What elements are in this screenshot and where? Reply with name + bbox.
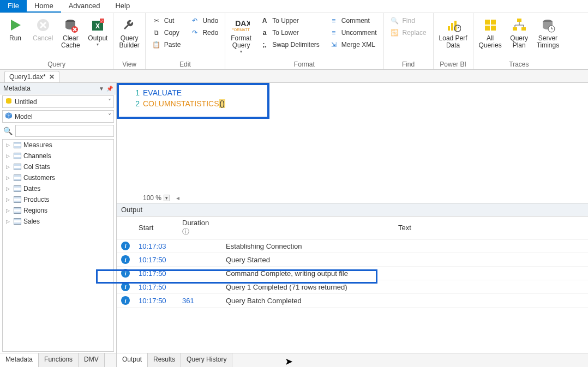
expander-icon[interactable]: ▷ bbox=[6, 164, 11, 170]
swap-delimiters-button[interactable]: ;,Swap Delimiters bbox=[258, 39, 322, 50]
chevron-down-icon: ˅ bbox=[108, 98, 111, 106]
chevron-down-icon: ˅ bbox=[108, 113, 111, 121]
cell-duration bbox=[178, 267, 221, 280]
output-grid[interactable]: Start Duration ⓘ Text i10:17:03Establish… bbox=[117, 216, 588, 353]
tree-item-table[interactable]: ▷Regions bbox=[3, 205, 113, 216]
uncomment-icon: ≡ bbox=[329, 28, 338, 37]
cell-start: 10:17:50 bbox=[134, 280, 178, 294]
scroll-left-icon[interactable]: ◂ bbox=[176, 194, 179, 202]
undo-button[interactable]: ↶Undo bbox=[188, 15, 220, 26]
output-button[interactable]: X123 Output ▾ bbox=[85, 14, 111, 49]
tree-item-table[interactable]: ▷Products bbox=[3, 194, 113, 205]
expander-icon[interactable]: ▷ bbox=[6, 197, 11, 202]
uncomment-button[interactable]: ≡Uncomment bbox=[327, 27, 379, 38]
tree-item-table[interactable]: ▷Channels bbox=[3, 151, 113, 161]
table-name: Dates bbox=[23, 185, 40, 192]
output-row[interactable]: i10:17:50361Query Batch Completed bbox=[117, 294, 588, 308]
svg-rect-23 bbox=[513, 27, 517, 31]
tab-functions[interactable]: Functions bbox=[39, 353, 79, 367]
to-upper-button[interactable]: ATo Upper bbox=[258, 15, 322, 26]
token-keyword: EVALUATE bbox=[143, 88, 182, 97]
menu-home[interactable]: Home bbox=[27, 0, 61, 13]
server-timings-label: Server Timings bbox=[537, 35, 560, 49]
zoom-control[interactable]: 100 % ▾ ◂ bbox=[117, 193, 588, 203]
output-row[interactable]: i10:17:50Query Started bbox=[117, 253, 588, 267]
cell-text: Query Batch Completed bbox=[221, 294, 588, 308]
table-icon bbox=[14, 175, 21, 181]
merge-xml-button[interactable]: ⇲Merge XML bbox=[327, 39, 379, 50]
paste-button[interactable]: 📋Paste bbox=[150, 39, 183, 50]
format-query-button[interactable]: DAXFORMATTER Format Query ▾ bbox=[227, 14, 255, 56]
query-builder-button[interactable]: Query Builder bbox=[116, 14, 142, 51]
tab-metadata[interactable]: Metadata bbox=[0, 353, 39, 367]
comment-button[interactable]: ≡Comment bbox=[327, 15, 379, 26]
table-icon bbox=[14, 142, 21, 148]
output-row[interactable]: i10:17:50Command Complete, writing outpu… bbox=[117, 267, 588, 280]
document-tabs: Query1.dax* ✕ bbox=[0, 70, 588, 83]
group-edit-label: Edit bbox=[148, 59, 223, 69]
cut-button[interactable]: ✂Cut bbox=[150, 15, 183, 26]
menu-advanced[interactable]: Advanced bbox=[61, 0, 108, 13]
pin-icon[interactable]: 📌 bbox=[106, 86, 113, 92]
tab-dmv[interactable]: DMV bbox=[79, 353, 105, 367]
metadata-search-input[interactable] bbox=[15, 125, 114, 137]
expander-icon[interactable]: ▷ bbox=[6, 208, 11, 213]
expander-icon[interactable]: ▷ bbox=[6, 153, 11, 159]
dropdown-icon[interactable]: ▼ bbox=[99, 86, 104, 92]
tree-item-table[interactable]: ▷Customers bbox=[3, 172, 113, 183]
all-queries-label: All Queries bbox=[479, 35, 502, 49]
table-icon bbox=[14, 164, 21, 170]
database-name: Untitled bbox=[15, 98, 37, 106]
output-pane: Output Start Duration ⓘ Text i10:17:03Es… bbox=[117, 203, 588, 353]
svg-rect-19 bbox=[491, 20, 496, 25]
tab-output[interactable]: Output bbox=[117, 353, 148, 367]
svg-rect-22 bbox=[517, 19, 521, 22]
copy-button[interactable]: ⧉Copy bbox=[150, 27, 183, 38]
expander-icon[interactable]: ▷ bbox=[6, 142, 11, 148]
all-queries-button[interactable]: All Queries bbox=[476, 14, 505, 51]
model-name: Model bbox=[15, 113, 33, 121]
svg-rect-15 bbox=[451, 23, 453, 31]
redo-button[interactable]: ↷Redo bbox=[188, 27, 220, 38]
expander-icon[interactable]: ▷ bbox=[6, 219, 11, 224]
tab-query-history[interactable]: Query History bbox=[181, 353, 232, 367]
col-start[interactable]: Start bbox=[134, 216, 178, 239]
token-function: COLUMNSTATISTICS bbox=[143, 99, 219, 108]
menu-help[interactable]: Help bbox=[107, 0, 137, 13]
database-icon bbox=[5, 97, 13, 106]
code-body[interactable]: EVALUATE COLUMNSTATISTICS() bbox=[143, 87, 225, 109]
document-tab[interactable]: Query1.dax* ✕ bbox=[4, 71, 59, 82]
tree-item-table[interactable]: ▷Col Stats bbox=[3, 161, 113, 172]
svg-rect-18 bbox=[485, 20, 490, 25]
database-select[interactable]: Untitled ˅ bbox=[2, 95, 114, 108]
col-text[interactable]: Text bbox=[221, 216, 588, 239]
group-find-label: Find bbox=[386, 59, 431, 69]
tree-item-table[interactable]: ▷Dates bbox=[3, 183, 113, 194]
query-plan-button[interactable]: Query Plan bbox=[506, 14, 532, 51]
cell-duration bbox=[178, 239, 221, 253]
clear-cache-button[interactable]: Clear Cache bbox=[57, 14, 83, 51]
chevron-down-icon[interactable]: ▾ bbox=[164, 195, 170, 201]
expander-icon[interactable]: ▷ bbox=[6, 186, 11, 191]
metadata-tree[interactable]: ▷Measures▷Channels▷Col Stats▷Customers▷D… bbox=[2, 139, 114, 352]
table-name: Customers bbox=[23, 174, 55, 182]
metadata-title: Metadata bbox=[3, 85, 31, 92]
table-name: Channels bbox=[23, 152, 51, 160]
output-row[interactable]: i10:17:03Establishing Connection bbox=[117, 239, 588, 253]
expander-icon[interactable]: ▷ bbox=[6, 175, 11, 181]
load-perf-button[interactable]: Load Perf Data bbox=[436, 14, 471, 51]
output-row[interactable]: i10:17:50Query 1 Completed (71 rows retu… bbox=[117, 280, 588, 294]
tree-item-table[interactable]: ▷Measures bbox=[3, 140, 113, 151]
upper-icon: A bbox=[260, 16, 269, 25]
tree-item-table[interactable]: ▷Sales bbox=[3, 216, 113, 227]
close-tab-icon[interactable]: ✕ bbox=[49, 73, 55, 81]
code-editor[interactable]: 1 2 EVALUATE COLUMNSTATISTICS() 100 % ▾ … bbox=[117, 83, 588, 203]
to-lower-button[interactable]: aTo Lower bbox=[258, 27, 322, 38]
tab-results[interactable]: Results bbox=[148, 353, 181, 367]
server-timings-button[interactable]: Server Timings bbox=[533, 14, 563, 51]
menu-file[interactable]: File bbox=[0, 0, 27, 13]
run-button[interactable]: Run bbox=[2, 14, 28, 44]
search-icon: 🔍 bbox=[2, 127, 13, 135]
col-duration[interactable]: Duration bbox=[182, 219, 209, 227]
model-select[interactable]: Model ˅ bbox=[2, 110, 114, 123]
